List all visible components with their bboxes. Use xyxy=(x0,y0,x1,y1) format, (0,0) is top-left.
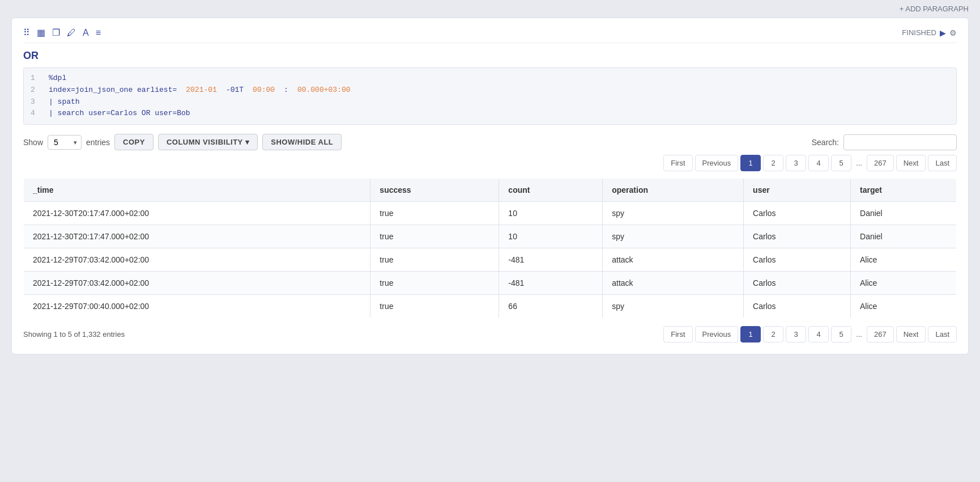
cell-3-5: Alice xyxy=(851,272,957,295)
col-header-success: success xyxy=(370,179,499,202)
next-button-top[interactable]: Next xyxy=(896,155,926,171)
play-icon[interactable]: ▶ xyxy=(940,28,946,37)
cell-0-3: spy xyxy=(603,202,744,225)
table-head: _time success count operation user targe… xyxy=(24,179,957,202)
finished-badge: FINISHED ▶ ⚙ xyxy=(902,28,957,37)
cell-3-2: -481 xyxy=(499,272,603,295)
page-1-button-top[interactable]: 1 xyxy=(740,155,761,171)
cell-3-4: Carlos xyxy=(744,272,851,295)
controls-row: Show 5 10 25 50 100 entries COPY COLUMN … xyxy=(23,134,957,150)
cell-3-0: 2021-12-29T07:03:42.000+02:00 xyxy=(24,272,370,295)
line-num-2: 2 xyxy=(31,84,40,96)
page-1-button-bottom[interactable]: 1 xyxy=(740,326,761,343)
toolbar-icons: ⠿ ▦ ❐ 🖊 A ≡ xyxy=(23,27,101,38)
text-icon[interactable]: A xyxy=(83,28,89,38)
entries-select[interactable]: 5 10 25 50 100 xyxy=(48,135,82,150)
page-267-button-top[interactable]: 267 xyxy=(867,155,894,171)
bottom-row: Showing 1 to 5 of 1,332 entries First Pr… xyxy=(23,326,957,343)
page-2-button-top[interactable]: 2 xyxy=(763,155,783,171)
code-text-1: %dpl xyxy=(49,73,66,84)
col-header-time: _time xyxy=(24,179,370,202)
grid-icon[interactable]: ⠿ xyxy=(23,27,30,38)
card-toolbar: ⠿ ▦ ❐ 🖊 A ≡ FINISHED ▶ ⚙ xyxy=(23,27,957,43)
cell-2-2: -481 xyxy=(499,248,603,272)
cell-0-2: 10 xyxy=(499,202,603,225)
data-table: _time success count operation user targe… xyxy=(23,178,957,318)
table-icon[interactable]: ▦ xyxy=(37,27,45,38)
cell-0-5: Daniel xyxy=(851,202,957,225)
page-3-button-top[interactable]: 3 xyxy=(786,155,806,171)
search-input[interactable] xyxy=(843,134,957,150)
table-row: 2021-12-29T07:03:42.000+02:00true-481att… xyxy=(24,272,957,295)
cell-4-5: Alice xyxy=(851,295,957,318)
cell-4-1: true xyxy=(370,295,499,318)
cell-1-1: true xyxy=(370,225,499,248)
code-text-4: | search user=Carlos OR user=Bob xyxy=(49,108,190,120)
code-text-2d: 00:00 xyxy=(253,84,275,96)
cell-2-0: 2021-12-29T07:03:42.000+02:00 xyxy=(24,248,370,272)
finished-label: FINISHED xyxy=(902,28,936,37)
cell-2-4: Carlos xyxy=(744,248,851,272)
search-label: Search: xyxy=(812,138,839,147)
col-header-user: user xyxy=(744,179,851,202)
cell-1-5: Daniel xyxy=(851,225,957,248)
copy2-icon[interactable]: ❐ xyxy=(52,27,60,38)
cell-3-3: attack xyxy=(603,272,744,295)
line-num-1: 1 xyxy=(31,73,40,84)
copy-button[interactable]: COPY xyxy=(114,134,154,150)
cell-1-4: Carlos xyxy=(744,225,851,248)
cell-2-1: true xyxy=(370,248,499,272)
cell-1-2: 10 xyxy=(499,225,603,248)
cell-0-1: true xyxy=(370,202,499,225)
code-text-2c: -01T xyxy=(226,84,244,96)
controls-left: Show 5 10 25 50 100 entries COPY COLUMN … xyxy=(23,134,342,150)
previous-button-bottom[interactable]: Previous xyxy=(695,326,739,343)
first-button-top[interactable]: First xyxy=(663,155,692,171)
entries-label: entries xyxy=(86,138,110,147)
previous-button-top[interactable]: Previous xyxy=(695,155,739,171)
page-dots-bottom: ... xyxy=(854,327,864,342)
list-icon[interactable]: ≡ xyxy=(96,28,101,38)
pagination-top: First Previous 1 2 3 4 5 ... 267 Next La… xyxy=(23,155,957,171)
code-line-2: 2 index=join_json_one earliest=2021-01-0… xyxy=(31,84,949,96)
cell-4-0: 2021-12-29T07:00:40.000+02:00 xyxy=(24,295,370,318)
cell-3-1: true xyxy=(370,272,499,295)
cell-1-3: spy xyxy=(603,225,744,248)
table-row: 2021-12-30T20:17:47.000+02:00true10spyCa… xyxy=(24,202,957,225)
code-block: 1 %dpl 2 index=join_json_one earliest=20… xyxy=(23,67,957,125)
table-row: 2021-12-29T07:03:42.000+02:00true-481att… xyxy=(24,248,957,272)
page-2-button-bottom[interactable]: 2 xyxy=(763,326,783,343)
page-3-button-bottom[interactable]: 3 xyxy=(786,326,806,343)
line-num-4: 4 xyxy=(31,108,40,120)
last-button-bottom[interactable]: Last xyxy=(928,326,957,343)
add-paragraph-button[interactable]: + ADD PARAGRAPH xyxy=(900,5,969,13)
last-button-top[interactable]: Last xyxy=(928,155,957,171)
page-267-button-bottom[interactable]: 267 xyxy=(867,326,894,343)
next-button-bottom[interactable]: Next xyxy=(896,326,926,343)
code-text-2e: : xyxy=(284,84,288,96)
page-5-button-top[interactable]: 5 xyxy=(831,155,851,171)
column-visibility-button[interactable]: COLUMN VISIBILITY ▾ xyxy=(158,134,258,150)
code-text-3: | spath xyxy=(49,96,80,108)
page-5-button-bottom[interactable]: 5 xyxy=(831,326,851,343)
table-row: 2021-12-29T07:00:40.000+02:00true66spyCa… xyxy=(24,295,957,318)
page-4-button-bottom[interactable]: 4 xyxy=(808,326,829,343)
show-label: Show xyxy=(23,138,43,147)
cell-4-2: 66 xyxy=(499,295,603,318)
settings-icon[interactable]: ⚙ xyxy=(949,28,957,37)
cell-0-0: 2021-12-30T20:17:47.000+02:00 xyxy=(24,202,370,225)
show-hide-all-button[interactable]: SHOW/HIDE ALL xyxy=(262,134,342,150)
first-button-bottom[interactable]: First xyxy=(663,326,692,343)
cell-2-5: Alice xyxy=(851,248,957,272)
table-header-row: _time success count operation user targe… xyxy=(24,179,957,202)
code-text-2b: 2021-01 xyxy=(186,84,217,96)
main-card: ⠿ ▦ ❐ 🖊 A ≡ FINISHED ▶ ⚙ OR 1 %dpl 2 ind… xyxy=(11,18,969,354)
table-body: 2021-12-30T20:17:47.000+02:00true10spyCa… xyxy=(24,202,957,318)
dropdown-arrow-icon: ▾ xyxy=(245,138,250,146)
section-title: OR xyxy=(23,50,957,62)
code-line-4: 4 | search user=Carlos OR user=Bob xyxy=(31,108,949,120)
paint-icon[interactable]: 🖊 xyxy=(67,28,76,38)
controls-right: Search: xyxy=(812,134,957,150)
page-4-button-top[interactable]: 4 xyxy=(808,155,829,171)
code-text-2f: 00.000+03:00 xyxy=(297,84,351,96)
